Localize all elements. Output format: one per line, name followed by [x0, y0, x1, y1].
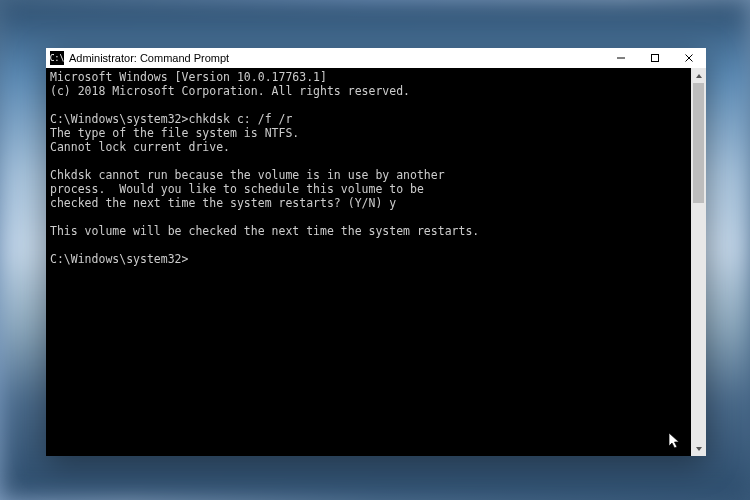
vertical-scrollbar[interactable] [691, 68, 706, 456]
titlebar[interactable]: C:\ Administrator: Command Prompt [46, 48, 706, 68]
line: Chkdsk cannot run because the volume is … [50, 168, 445, 182]
cmd-icon: C:\ [50, 51, 64, 65]
line: Cannot lock current drive. [50, 140, 230, 154]
command-prompt-window: C:\ Administrator: Command Prompt Micros… [46, 48, 706, 456]
line: C:\Windows\system32>chkdsk c: /f /r [50, 112, 292, 126]
svg-marker-4 [696, 74, 702, 78]
line: (c) 2018 Microsoft Corporation. All righ… [50, 84, 410, 98]
line: Microsoft Windows [Version 10.0.17763.1] [50, 70, 327, 84]
svg-marker-5 [696, 447, 702, 451]
line: C:\Windows\system32> [50, 252, 188, 266]
minimize-button[interactable] [604, 48, 638, 68]
terminal-area: Microsoft Windows [Version 10.0.17763.1]… [46, 68, 706, 456]
line: This volume will be checked the next tim… [50, 224, 479, 238]
svg-rect-1 [652, 55, 659, 62]
close-button[interactable] [672, 48, 706, 68]
line: The type of the file system is NTFS. [50, 126, 299, 140]
line: process. Would you like to schedule this… [50, 182, 424, 196]
scroll-up-button[interactable] [691, 68, 706, 83]
window-title: Administrator: Command Prompt [69, 52, 229, 64]
line: checked the next time the system restart… [50, 196, 396, 210]
maximize-button[interactable] [638, 48, 672, 68]
terminal-output[interactable]: Microsoft Windows [Version 10.0.17763.1]… [46, 68, 691, 456]
cmd-icon-glyph: C:\ [50, 54, 64, 63]
scroll-down-button[interactable] [691, 441, 706, 456]
scrollbar-thumb[interactable] [693, 83, 704, 203]
